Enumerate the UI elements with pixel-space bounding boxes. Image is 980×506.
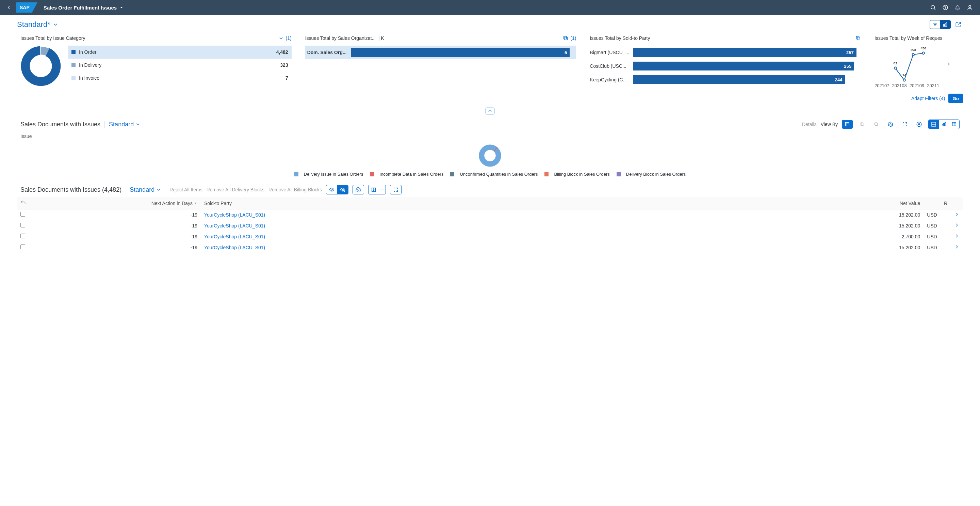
svg-rect-10	[943, 24, 945, 26]
sap-logo[interactable]: SAP	[16, 2, 37, 13]
cell-net-value: 15,202.00	[828, 220, 924, 231]
svg-point-37	[890, 124, 891, 125]
collapse-header-button[interactable]	[485, 108, 495, 115]
legend-row-in-delivery[interactable]: In Delivery 323	[68, 59, 292, 72]
legend-row-in-order[interactable]: In Order 4,482	[68, 46, 292, 59]
bar-row[interactable]: Bigmart (USCU_... 257	[590, 46, 861, 59]
table-row[interactable]: -19YourCycleShop (LACU_S01)15,202.00USD	[17, 242, 963, 253]
row-checkbox[interactable]	[21, 234, 25, 238]
undo-icon[interactable]	[21, 201, 26, 206]
line-chart[interactable]: 82 24 408 456	[875, 46, 946, 83]
bar-row[interactable]: CostClub (USC... 255	[590, 59, 861, 73]
legend-row-in-invoice[interactable]: In Invoice 7	[68, 72, 292, 85]
sold-to-link[interactable]: YourCycleShop (LACU_S01)	[204, 245, 265, 250]
svg-text:408: 408	[911, 48, 916, 51]
legend-item[interactable]: Delivery Block in Sales Orders	[617, 172, 686, 177]
zoom-out-button[interactable]	[871, 119, 881, 129]
sold-to-link[interactable]: YourCycleShop (LACU_S01)	[204, 212, 265, 217]
cell-currency: USD	[924, 242, 940, 253]
settings-button[interactable]	[885, 119, 896, 129]
issue-donut-chart[interactable]	[477, 143, 503, 168]
view-mode-filter-button[interactable]	[930, 21, 940, 29]
view-by-label: View By	[821, 121, 838, 127]
svg-text:456: 456	[920, 46, 926, 50]
caret-down-icon	[119, 5, 124, 10]
row-nav-button[interactable]	[951, 242, 963, 253]
legend-item[interactable]: Delivery Issue in Sales Orders	[294, 172, 363, 177]
filters-row: Adapt Filters (4) Go	[0, 90, 980, 108]
segment-both[interactable]	[929, 120, 939, 129]
legend-item[interactable]: Unconfirmed Quantities in Sales Orders	[450, 172, 538, 177]
card-popout[interactable]	[856, 35, 861, 41]
sold-to-link[interactable]: YourCycleShop (LACU_S01)	[204, 234, 265, 239]
view-by-select[interactable]	[842, 120, 853, 129]
show-button[interactable]	[326, 185, 337, 194]
col-sold-to[interactable]: Sold-to Party	[201, 197, 828, 209]
svg-rect-12	[946, 23, 947, 27]
sort-asc-icon	[194, 201, 197, 205]
app-title-dropdown[interactable]: Sales Order Fulfillment Issues	[43, 5, 124, 11]
details-button[interactable]: Details	[802, 121, 817, 127]
table-settings-button[interactable]	[353, 185, 364, 195]
svg-rect-44	[945, 123, 946, 126]
share-button[interactable]	[953, 20, 963, 29]
smart-link-button[interactable]	[914, 119, 924, 129]
nav-back-button[interactable]	[4, 3, 14, 12]
card-popout[interactable]: (1)	[563, 35, 576, 41]
export-menu-button[interactable]	[379, 188, 385, 192]
table-row[interactable]: -19YourCycleShop (LACU_S01)15,202.00USD	[17, 220, 963, 231]
row-checkbox[interactable]	[21, 244, 25, 249]
row-checkbox[interactable]	[21, 223, 25, 227]
export-button[interactable]	[368, 185, 386, 195]
donut-legend: In Order 4,482 In Delivery 323 In Invoic…	[68, 46, 292, 85]
view-mode-chart-button[interactable]	[940, 21, 950, 29]
issue-dimension-label: Issue	[0, 131, 980, 140]
maximize-table-button[interactable]	[390, 185, 401, 195]
svg-line-36	[877, 125, 878, 126]
bar-row-dom-sales[interactable]: Dom. Sales Org... 5	[305, 46, 576, 59]
table-variant-selector[interactable]: Standard	[126, 186, 161, 193]
content-toolbar: Sales Documents with Issues Standard Det…	[0, 115, 980, 131]
svg-line-33	[863, 125, 864, 126]
legend-item[interactable]: Billing Block in Sales Orders	[544, 172, 609, 177]
svg-rect-18	[856, 37, 859, 39]
remove-billing-blocks-button[interactable]: Remove All Billing Blocks	[269, 187, 322, 192]
row-nav-button[interactable]	[951, 209, 963, 220]
table-row[interactable]: -19YourCycleShop (LACU_S01)15,202.00USD	[17, 209, 963, 220]
svg-point-39	[918, 124, 920, 125]
content-variant-selector[interactable]: Standard	[105, 121, 140, 128]
card-issue-category: Issues Total by Issue Category (1) In Or…	[21, 35, 292, 88]
content-title: Sales Documents with Issues	[21, 121, 100, 128]
col-next-action[interactable]: Next Action in Days	[30, 197, 201, 209]
go-button[interactable]: Go	[948, 94, 963, 103]
help-icon[interactable]	[939, 2, 951, 14]
hide-button[interactable]	[337, 185, 348, 194]
col-net-value[interactable]: Net Value	[828, 197, 924, 209]
svg-rect-43	[943, 123, 945, 126]
row-nav-button[interactable]	[951, 220, 963, 231]
cell-next-action: -19	[30, 209, 201, 220]
donut-chart[interactable]	[21, 46, 61, 86]
legend-item[interactable]: Incomplete Data in Sales Orders	[370, 172, 444, 177]
zoom-in-button[interactable]	[857, 119, 867, 129]
table-row[interactable]: -19YourCycleShop (LACU_S01)2,700.00USD	[17, 231, 963, 242]
adapt-filters-link[interactable]: Adapt Filters (4)	[911, 96, 945, 101]
row-nav-button[interactable]	[951, 231, 963, 242]
card-filter-count[interactable]: (1)	[278, 35, 292, 41]
svg-point-51	[331, 189, 332, 190]
reject-items-button[interactable]: Reject All Items	[169, 187, 202, 192]
segment-table[interactable]	[949, 120, 959, 129]
sold-to-link[interactable]: YourCycleShop (LACU_S01)	[204, 223, 265, 228]
notifications-icon[interactable]	[951, 2, 964, 14]
row-checkbox[interactable]	[21, 212, 25, 217]
col-r[interactable]: R	[940, 197, 951, 209]
user-icon[interactable]	[964, 2, 976, 14]
fullscreen-button[interactable]	[900, 119, 910, 129]
remove-delivery-blocks-button[interactable]: Remove All Delivery Blocks	[207, 187, 264, 192]
chevron-down-icon	[156, 187, 161, 192]
variant-selector[interactable]: Standard*	[17, 20, 59, 29]
scroll-right-button[interactable]	[946, 61, 951, 68]
segment-chart[interactable]	[939, 120, 949, 129]
search-icon[interactable]	[927, 2, 939, 14]
bar-row[interactable]: KeepCycling (C... 244	[590, 73, 861, 86]
